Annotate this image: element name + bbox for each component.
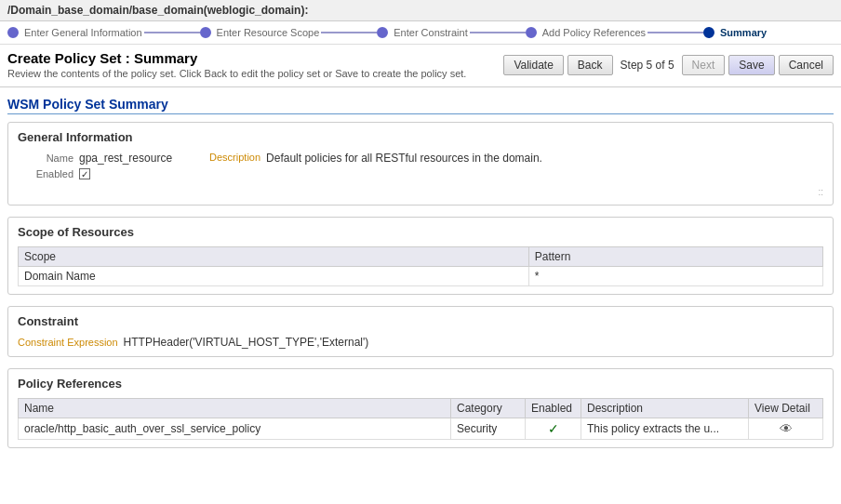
enabled-label: Enabled — [18, 168, 73, 179]
step-counter: Step 5 of 5 — [621, 59, 674, 72]
name-value: gpa_rest_resource — [79, 152, 172, 165]
step-label-5: Summary — [720, 27, 767, 38]
scope-col-header: Scope — [19, 247, 529, 267]
step-label-4: Add Policy References — [542, 27, 646, 38]
main-content: WSM Policy Set Summary General Informati… — [0, 89, 841, 491]
wizard-steps: Enter General Information Enter Resource… — [7, 27, 834, 38]
name-label: Name — [18, 153, 73, 164]
general-info-left: Name gpa_rest_resource Enabled ✓ — [18, 152, 172, 183]
constraint-expr-value: HTTPHeader('VIRTUAL_HOST_TYPE','External… — [124, 336, 369, 349]
top-bar: /Domain_base_domain/base_domain(weblogic… — [0, 0, 841, 21]
policy-table: Name Category Enabled Description View D… — [18, 398, 823, 440]
pattern-cell: * — [528, 267, 822, 286]
header-buttons: Validate Back Step 5 of 5 Next Save Canc… — [503, 55, 834, 75]
policy-view-detail-col: View Detail — [749, 399, 823, 418]
policy-view-detail-cell: 👁 — [749, 418, 823, 440]
view-detail-icon[interactable]: 👁 — [780, 421, 793, 436]
step-label-2: Enter Resource Scope — [217, 27, 320, 38]
general-info-right: Description Default policies for all RES… — [209, 152, 823, 165]
wsm-title: WSM Policy Set Summary — [7, 97, 834, 114]
step-label-1: Enter General Information — [24, 27, 142, 38]
header-divider — [0, 86, 841, 87]
back-button[interactable]: Back — [567, 55, 613, 75]
constraint-expr-label: Constraint Expression — [18, 337, 118, 348]
validate-button[interactable]: Validate — [503, 55, 563, 75]
page-header: Create Policy Set : Summary Review the c… — [0, 45, 841, 85]
page-title-block: Create Policy Set : Summary Review the c… — [7, 50, 466, 79]
step-circle-4 — [526, 27, 537, 38]
step-line-3 — [470, 32, 526, 33]
next-button[interactable]: Next — [682, 55, 726, 75]
policy-enabled-col: Enabled — [526, 399, 581, 418]
step-circle-5 — [703, 27, 714, 38]
policy-category-col: Category — [451, 399, 526, 418]
general-information-section: General Information Name gpa_rest_resour… — [7, 122, 834, 206]
general-info-title: General Information — [18, 130, 823, 144]
table-row: oracle/http_basic_auth_over_ssl_service_… — [19, 418, 823, 440]
wizard-nav: Enter General Information Enter Resource… — [0, 21, 841, 45]
constraint-section: Constraint Constraint Expression HTTPHea… — [7, 306, 834, 357]
step-circle-2 — [200, 27, 211, 38]
step-label-3: Enter Constraint — [394, 27, 467, 38]
constraint-row: Constraint Expression HTTPHeader('VIRTUA… — [18, 336, 823, 349]
policy-references-title: Policy References — [18, 377, 823, 391]
scope-cell: Domain Name — [19, 267, 529, 286]
page-description: Review the contents of the policy set. C… — [7, 68, 466, 79]
step-line-4 — [647, 32, 703, 33]
policy-category-cell: Security — [451, 418, 526, 440]
resize-handle: :: — [18, 187, 823, 197]
constraint-title: Constraint — [18, 314, 823, 328]
policy-name-cell: oracle/http_basic_auth_over_ssl_service_… — [19, 418, 451, 440]
step-circle-3 — [377, 27, 388, 38]
name-row: Name gpa_rest_resource — [18, 152, 172, 165]
cancel-button[interactable]: Cancel — [779, 55, 834, 75]
page-title: Create Policy Set : Summary — [7, 50, 466, 66]
policy-description-col: Description — [581, 399, 749, 418]
pattern-col-header: Pattern — [528, 247, 822, 267]
top-bar-title: /Domain_base_domain/base_domain(weblogic… — [7, 4, 308, 17]
enabled-row: Enabled ✓ — [18, 168, 172, 179]
desc-label: Description — [209, 152, 260, 163]
scope-title: Scope of Resources — [18, 225, 823, 239]
enabled-checkbox: ✓ — [79, 168, 90, 179]
table-row: Domain Name * — [19, 267, 823, 286]
policy-description-cell: This policy extracts the u... — [581, 418, 749, 440]
step-circle-1 — [7, 27, 19, 38]
scope-of-resources-section: Scope of Resources Scope Pattern Domain … — [7, 217, 834, 295]
scope-table: Scope Pattern Domain Name * — [18, 246, 823, 286]
check-mark-icon: ✓ — [548, 421, 559, 436]
policy-name-col: Name — [19, 399, 451, 418]
step-line-2 — [321, 32, 377, 33]
policy-enabled-cell: ✓ — [526, 418, 581, 440]
desc-value: Default policies for all RESTful resourc… — [266, 152, 542, 165]
save-button[interactable]: Save — [728, 55, 774, 75]
step-line-1 — [144, 32, 200, 33]
policy-references-section: Policy References Name Category Enabled … — [7, 368, 834, 448]
